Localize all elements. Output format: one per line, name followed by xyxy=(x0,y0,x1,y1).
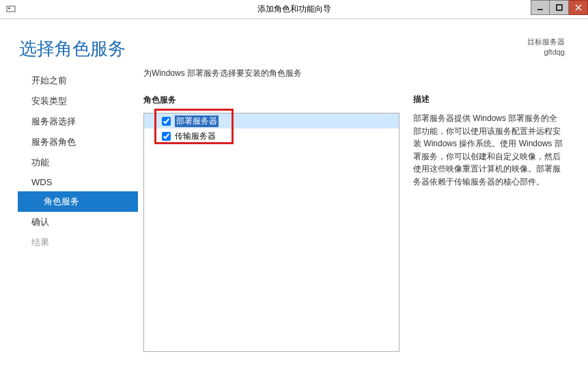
checkbox-transport-server[interactable] xyxy=(162,132,171,141)
nav-server-roles[interactable]: 服务器角色 xyxy=(20,132,143,152)
titlebar: 添加角色和功能向导 xyxy=(0,0,588,19)
svg-rect-1 xyxy=(8,8,10,9)
checkbox-deployment-server[interactable] xyxy=(162,117,171,126)
nav-before-begin[interactable]: 开始之前 xyxy=(20,70,143,91)
instruction-text: 为Windows 部署服务选择要安装的角色服务 xyxy=(143,68,400,79)
target-server-info: 目标服务器 gftdqg xyxy=(527,37,565,58)
role-services-list[interactable]: 部署服务器 传输服务器 xyxy=(143,113,400,352)
item-label: 部署服务器 xyxy=(175,115,219,127)
close-button[interactable] xyxy=(569,0,588,15)
nav-features[interactable]: 功能 xyxy=(20,152,143,173)
target-value: gftdqg xyxy=(527,47,565,57)
minimize-button[interactable] xyxy=(531,0,550,15)
nav-role-services[interactable]: 角色服务 xyxy=(18,191,138,212)
nav-results: 结果 xyxy=(20,232,143,253)
svg-rect-3 xyxy=(557,5,562,10)
svg-rect-0 xyxy=(7,6,15,12)
wizard-nav: 开始之前 安装类型 服务器选择 服务器角色 功能 WDS 角色服务 确认 结果 xyxy=(0,68,143,352)
app-icon xyxy=(4,3,18,16)
target-label: 目标服务器 xyxy=(527,37,565,47)
window-title: 添加角色和功能向导 xyxy=(257,3,331,15)
maximize-button[interactable] xyxy=(550,0,569,15)
nav-confirm[interactable]: 确认 xyxy=(20,212,143,232)
role-services-label: 角色服务 xyxy=(143,94,400,106)
list-item[interactable]: 部署服务器 xyxy=(144,113,399,128)
wizard-header: 选择角色服务 目标服务器 gftdqg xyxy=(0,19,588,68)
nav-wds[interactable]: WDS xyxy=(20,173,143,191)
description-text: 部署服务器提供 Windows 部署服务的全部功能，你可以使用该服务配置并远程安… xyxy=(413,112,565,189)
list-item[interactable]: 传输服务器 xyxy=(144,128,399,144)
window-controls xyxy=(531,0,588,15)
nav-install-type[interactable]: 安装类型 xyxy=(20,91,143,111)
description-label: 描述 xyxy=(413,94,565,105)
item-label: 传输服务器 xyxy=(175,131,216,142)
page-title: 选择角色服务 xyxy=(19,37,126,61)
nav-server-selection[interactable]: 服务器选择 xyxy=(20,111,143,132)
